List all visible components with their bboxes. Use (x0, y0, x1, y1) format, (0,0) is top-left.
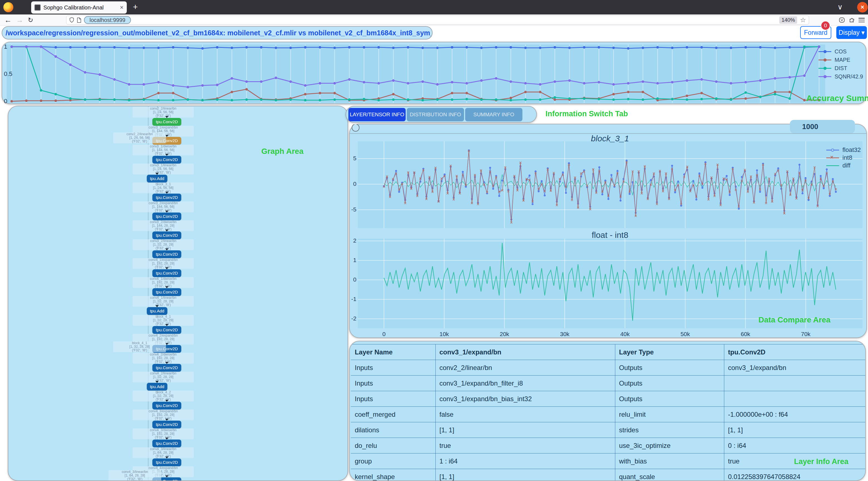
reload-button[interactable]: ↻ (28, 15, 33, 25)
graph-node[interactable]: tpu.Add (147, 175, 167, 182)
app-header: /workspace/regression/regression_out/mob… (0, 26, 868, 42)
accuracy-chart[interactable] (2, 42, 866, 103)
tab-summary-info[interactable]: SUMMARY INFO (465, 108, 522, 121)
url-bar[interactable]: localhost:9999 140% ☆ (66, 16, 809, 25)
table-cell (724, 375, 865, 391)
table-cell: coeff_merged (351, 407, 435, 422)
graph-node[interactable]: tpu.Conv2D (152, 440, 181, 447)
graph-node[interactable]: tpu.Conv2D (152, 269, 181, 277)
extensions-puzzle-icon[interactable] (848, 17, 855, 23)
table-cell: conv3_1/expand/bn_bias_int32 (435, 391, 615, 407)
table-cell: Outputs (615, 391, 724, 407)
zoom-level-badge[interactable]: 140% (779, 17, 797, 24)
graph-side-label: conv2_2/linear/bn[1, 24, 56, 56]('F32', … (113, 132, 166, 143)
legend-item[interactable]: SQNR/42.9 (818, 73, 863, 80)
legend-label: COS (835, 49, 846, 55)
table-cell: Outputs (615, 360, 724, 375)
browser-tab[interactable]: Sophgo Calibration-Anal × (31, 1, 127, 13)
legend-item[interactable]: diff (826, 163, 861, 168)
table-cell: 0 : i64 (724, 438, 865, 453)
window-close-button[interactable]: × (857, 2, 868, 12)
table-cell: Inputs (351, 360, 435, 375)
compare-chart-title: block_3_1 (539, 134, 681, 143)
arrow-down-icon (155, 173, 159, 175)
table-cell: [1, 1] (724, 422, 865, 438)
forward-nav-button[interactable]: → (16, 15, 23, 25)
graph-edge-label: conv3_1/linear/bn[1, 24, 56, 56]('F32', … (133, 163, 194, 174)
legend-item[interactable]: float32 (826, 147, 861, 153)
axis-tick-label: 70k (795, 331, 817, 337)
table-row: do_relutrueuse_3ic_optimize0 : i64 (351, 438, 865, 453)
compare-legend[interactable]: float32×int8diff (826, 147, 861, 168)
graph-node[interactable]: tpu.Add (147, 383, 167, 391)
graph-node[interactable]: tpu.Conv2D (152, 213, 181, 220)
graph-node[interactable]: tpu.Conv2D (152, 326, 181, 334)
graph-node[interactable]: tpu.Conv2D (152, 421, 181, 428)
legend-item[interactable]: MAPE (818, 57, 863, 63)
page-info-icon[interactable] (77, 18, 81, 23)
table-cell: use_3ic_optimize (615, 438, 724, 453)
legend-line-icon (826, 150, 839, 151)
legend-item[interactable]: ×int8 (826, 155, 861, 160)
table-cell: conv3_1/expand/bn (724, 360, 865, 375)
graph-node[interactable]: tpu.Conv2D (152, 193, 181, 202)
table-cell: do_relu (351, 438, 435, 453)
legend-line-icon: × (826, 157, 839, 158)
tab-favicon-icon (34, 4, 40, 10)
annotation-info-tabs: Information Switch Tab (546, 110, 628, 118)
arrow-down-icon (165, 286, 168, 288)
annotation-layer-info: Layer Info Area (794, 457, 848, 466)
display-button[interactable]: Display ▾ (836, 26, 867, 39)
info-tabs-bar: LAYER/TENSOR INFODISTRIBUTION INFOSUMMAR… (346, 106, 537, 123)
diff-chart-title: float - int8 (539, 230, 681, 240)
arrow-down-icon (165, 211, 168, 213)
list-tabs-chevron-icon[interactable]: ∨ (837, 3, 843, 11)
legend-line-icon (818, 68, 831, 69)
table-row: dilations[1, 1]strides[1, 1] (351, 422, 865, 438)
graph-side-label: block_4_1[1, 32, 28, 28]('F32', 'I8') (113, 341, 166, 352)
shield-icon[interactable] (69, 17, 74, 23)
table-cell: 1 : i64 (435, 453, 615, 469)
table-cell: false (435, 407, 615, 422)
sample-count-input[interactable]: 1000 (790, 120, 855, 133)
graph-node[interactable]: tpu.Conv2D (152, 288, 181, 296)
menu-hamburger-icon[interactable] (859, 18, 865, 22)
graph-edge-label: conv3_2/dwise/bn[1, 144, 28, 28]('F32', … (133, 220, 194, 231)
graph-node[interactable]: tpu.Conv2D (152, 232, 181, 239)
graph-node[interactable]: tpu.Conv2D (152, 364, 181, 372)
legend-label: float32 (842, 146, 861, 154)
legend-line-icon (818, 51, 831, 52)
graph-edge-label: block_3_1[1, 24, 56, 56]('F32', 'I8') (133, 182, 194, 193)
graph-edge-label: conv3_1/dwise/bn[1, 144, 56, 56]('F32', … (133, 145, 194, 155)
arrow-down-icon (165, 400, 168, 402)
graph-edge-label: block_4_2[1, 32, 28, 28]('F32', 'I8') (133, 391, 194, 401)
tab-close-icon[interactable]: × (120, 4, 123, 10)
accuracy-legend[interactable]: COSMAPEDISTSQNR/42.9 (818, 49, 863, 80)
axis-tick-label: -2 (349, 315, 356, 322)
url-text-highlight[interactable]: localhost:9999 (84, 16, 131, 24)
browser-tab-bar: Sophgo Calibration-Anal × + ∨ × (0, 0, 868, 14)
tab-distribution-info[interactable]: DISTRIBUTION INFO (407, 108, 464, 121)
bookmark-star-icon[interactable]: ☆ (800, 16, 806, 24)
graph-node[interactable]: tpu.Conv2D (152, 402, 181, 410)
graph-node[interactable]: tpu.Conv2D (152, 458, 181, 466)
graph-node[interactable]: tpu.Conv2D (152, 250, 181, 258)
axis-tick-label: 60k (734, 331, 756, 337)
graph-area-panel[interactable]: conv2_2/linear/bn[1, 24, 56, 56]('F32', … (8, 106, 348, 481)
back-button[interactable]: ← (4, 15, 12, 25)
table-cell: Inputs (351, 375, 435, 391)
graph-node[interactable]: tpu.Add (147, 307, 167, 315)
graph-node[interactable]: tpu.Conv2D (152, 156, 181, 163)
graph-node[interactable]: tpu.Conv2D (152, 118, 181, 126)
new-tab-button[interactable]: + (133, 2, 138, 12)
legend-item[interactable]: COS (818, 49, 863, 55)
tab-layer-tensor-info[interactable]: LAYER/TENSOR INFO (348, 108, 406, 121)
legend-line-icon (818, 60, 831, 60)
arrow-down-icon (165, 230, 168, 232)
legend-line-icon (818, 76, 831, 77)
legend-item[interactable]: DIST (818, 65, 863, 71)
pocket-icon[interactable] (839, 17, 845, 23)
firefox-icon[interactable] (3, 2, 13, 12)
arrow-down-icon (155, 381, 159, 383)
layer-info-table: Layer Nameconv3_1/expand/bnLayer Typetpu… (351, 344, 865, 481)
